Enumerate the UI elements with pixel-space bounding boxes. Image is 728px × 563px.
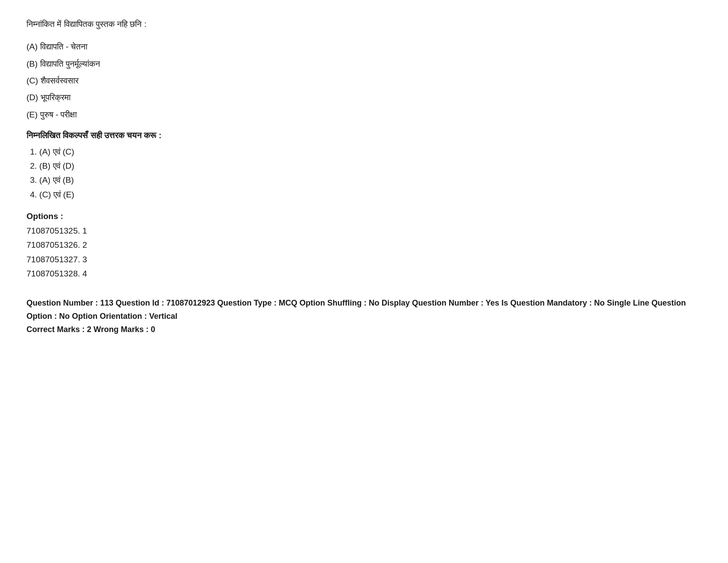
answer-4: 4. (C) एवं (E) — [30, 188, 702, 202]
answer-3: 3. (A) एवं (B) — [30, 173, 702, 187]
option-id-2: 71087051326. 2 — [26, 238, 702, 252]
answer-2: 2. (B) एवं (D) — [30, 159, 702, 173]
instructions-label: निम्नलिखित विकल्पसँ सही उत्तरक चयन करू : — [26, 131, 702, 140]
question-container: निम्नांकित में विद्यापितक पुस्तक नहि छनि… — [26, 18, 702, 334]
numbered-answers: 1. (A) एवं (C) 2. (B) एवं (D) 3. (A) एवं… — [26, 145, 702, 202]
option-d: (D) भूपरिक्रमा — [26, 91, 702, 105]
option-b: (B) विद्यापति पुनर्मूल्यांकन — [26, 57, 702, 71]
option-c: (C) शैवसर्वस्वसार — [26, 74, 702, 88]
option-e: (E) पुरुष - परीक्षा — [26, 108, 702, 122]
question-meta: Question Number : 113 Question Id : 7108… — [26, 297, 702, 323]
options-header: Options : — [26, 212, 702, 221]
option-a: (A) विद्यापति - चेतना — [26, 40, 702, 54]
marks-info: Correct Marks : 2 Wrong Marks : 0 — [26, 325, 702, 334]
option-id-4: 71087051328. 4 — [26, 267, 702, 281]
question-intro: निम्नांकित में विद्यापितक पुस्तक नहि छनि… — [26, 18, 702, 31]
meta-section: Question Number : 113 Question Id : 7108… — [26, 297, 702, 334]
option-id-3: 71087051327. 3 — [26, 253, 702, 267]
option-id-1: 71087051325. 1 — [26, 224, 702, 238]
answer-1: 1. (A) एवं (C) — [30, 145, 702, 159]
options-section: Options : 71087051325. 1 71087051326. 2 … — [26, 212, 702, 281]
